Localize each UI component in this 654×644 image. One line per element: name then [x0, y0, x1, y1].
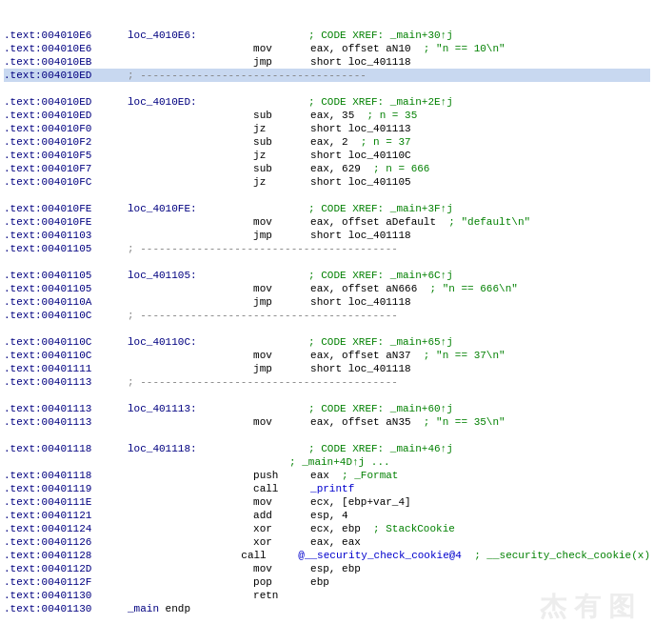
code-mnemonic: jmp — [253, 295, 310, 309]
code-xref-comment: ; CODE XREF: _main+3F↑j — [308, 202, 453, 215]
code-address: .text:00401126 — [4, 535, 128, 549]
code-line — [4, 189, 650, 202]
code-address: .text:0040112D — [4, 562, 128, 575]
code-line: .text:004010E6 moveax, offset aN10 ; "n … — [4, 42, 650, 55]
code-separator: ; --------------------------------------… — [128, 309, 398, 322]
code-comment: ; _Format — [329, 469, 399, 482]
code-address: .text:004010FC — [4, 175, 128, 189]
code-line: .text:00401113; ------------------------… — [4, 375, 650, 389]
code-mnemonic: push — [253, 469, 310, 482]
code-address: .text:00401119 — [4, 482, 128, 495]
code-address: .text:00401113 — [4, 375, 128, 389]
code-address: .text:00401130 — [4, 602, 128, 615]
code-address: .text:004010F0 — [4, 122, 128, 135]
code-line: .text:00401121 addesp, 4 — [4, 509, 650, 522]
code-line — [4, 322, 650, 335]
code-label: loc_4010ED: — [128, 95, 251, 109]
code-address: .text:00401105 — [4, 282, 128, 295]
code-mnemonic: mov — [253, 415, 310, 429]
code-line: .text:0040112D movesp, ebp — [4, 562, 650, 575]
code-mnemonic: pop — [253, 575, 310, 589]
code-line: .text:00401119 call_printf — [4, 482, 650, 495]
code-address: .text:004010F5 — [4, 149, 128, 162]
code-operand: eax, offset aN666 — [310, 282, 417, 295]
code-mnemonic: jz — [253, 175, 310, 189]
code-address: .text:0040110C — [4, 349, 128, 362]
code-operand: short loc_401118 — [310, 229, 411, 242]
code-address: .text:00401103 — [4, 229, 128, 242]
code-comment: ; n = 37 — [348, 135, 411, 149]
code-operand: short loc_401118 — [310, 362, 411, 375]
code-separator: ; --------------------------------------… — [128, 375, 398, 389]
code-line: .text:00401128 call@__security_check_coo… — [4, 549, 650, 562]
code-operand: @__security_check_cookie@4 — [298, 549, 462, 562]
code-label: loc_401105: — [128, 269, 251, 282]
code-operand: eax — [310, 469, 329, 482]
code-line: .text:004010E6loc_4010E6:; CODE XREF: _m… — [4, 29, 650, 42]
code-line — [4, 255, 650, 269]
code-label: _main — [128, 602, 166, 615]
code-xref-comment: ; CODE XREF: _main+2E↑j — [308, 95, 453, 109]
code-mnemonic: mov — [253, 495, 310, 509]
code-operand: esp, ebp — [310, 562, 361, 575]
code-line: .text:004010FC jzshort loc_401105 — [4, 175, 650, 189]
code-address: .text:0040110C — [4, 335, 128, 349]
code-address: .text:00401113 — [4, 415, 128, 429]
code-mnemonic: jz — [253, 149, 310, 162]
code-mnemonic: jmp — [253, 362, 310, 375]
code-address: .text:004010ED — [4, 109, 128, 122]
code-mnemonic: jz — [253, 122, 310, 135]
code-operand: eax, 2 — [310, 135, 348, 149]
code-line: .text:00401113 moveax, offset aN35 ; "n … — [4, 415, 650, 429]
code-line: .text:0040110A jmpshort loc_401118 — [4, 295, 650, 309]
code-line: .text:004010FEloc_4010FE:; CODE XREF: _m… — [4, 202, 650, 215]
code-address: .text:00401113 — [4, 402, 128, 415]
code-line: .text:0040110C moveax, offset aN37 ; "n … — [4, 349, 650, 362]
code-comment: ; "default\n" — [436, 215, 530, 229]
code-operand: short loc_401113 — [310, 122, 411, 135]
code-comment: ; n = 35 — [354, 109, 417, 122]
code-address: .text:0040110C — [4, 309, 128, 322]
code-line: .text:004010ED subeax, 35 ; n = 35 — [4, 109, 650, 122]
code-comment: ; __security_check_cookie(x) — [462, 549, 650, 562]
code-xref-comment: ; CODE XREF: _main+6C↑j — [308, 269, 453, 282]
code-operand: short loc_401105 — [310, 175, 411, 189]
code-mnemonic: call — [253, 482, 310, 495]
code-mnemonic: mov — [253, 349, 310, 362]
code-line: .text:004010EDloc_4010ED:; CODE XREF: _m… — [4, 95, 650, 109]
code-mnemonic: call — [241, 549, 298, 562]
code-label: loc_40110C: — [128, 335, 251, 349]
code-mnemonic: xor — [253, 535, 310, 549]
code-line: .text:00401124 xorecx, ebp ; StackCookie — [4, 522, 650, 535]
code-line: .text:004010F7 subeax, 629 ; n = 666 — [4, 162, 650, 175]
code-line: .text:0040112F popebp — [4, 575, 650, 589]
code-line — [4, 82, 650, 95]
code-address: .text:0040110A — [4, 295, 128, 309]
code-address: .text:00401118 — [4, 469, 128, 482]
code-operand: short loc_401118 — [310, 55, 411, 69]
code-line: .text:00401105loc_401105:; CODE XREF: _m… — [4, 269, 650, 282]
code-address: .text:00401124 — [4, 522, 128, 535]
code-address: .text:00401105 — [4, 242, 128, 255]
code-address: .text:004010ED — [4, 95, 128, 109]
code-comment: ; n = 666 — [361, 162, 430, 175]
code-line — [4, 429, 650, 442]
code-label: loc_401118: — [128, 442, 251, 455]
code-comment: ; _main+4D↑j ... — [289, 455, 390, 469]
code-mnemonic: sub — [253, 135, 310, 149]
code-mnemonic: mov — [253, 42, 310, 55]
code-line: .text:00401105; ------------------------… — [4, 242, 650, 255]
code-line: ; _main+4D↑j ... — [4, 455, 650, 469]
code-address: .text:004010E6 — [4, 42, 128, 55]
code-xref-comment: ; CODE XREF: _main+46↑j — [308, 442, 453, 455]
code-line: .text:00401103 jmpshort loc_401118 — [4, 229, 650, 242]
code-operand: ebp — [310, 575, 329, 589]
code-xref-comment: ; CODE XREF: _main+65↑j — [308, 335, 453, 349]
code-label: loc_4010E6: — [128, 29, 251, 42]
code-address: .text:004010FE — [4, 215, 128, 229]
code-address: .text:004010ED — [4, 69, 128, 82]
code-mnemonic: mov — [253, 562, 310, 575]
code-xref-comment: ; CODE XREF: _main+60↑j — [308, 402, 453, 415]
code-address: .text:00401121 — [4, 509, 128, 522]
code-address: .text:0040111E — [4, 495, 128, 509]
